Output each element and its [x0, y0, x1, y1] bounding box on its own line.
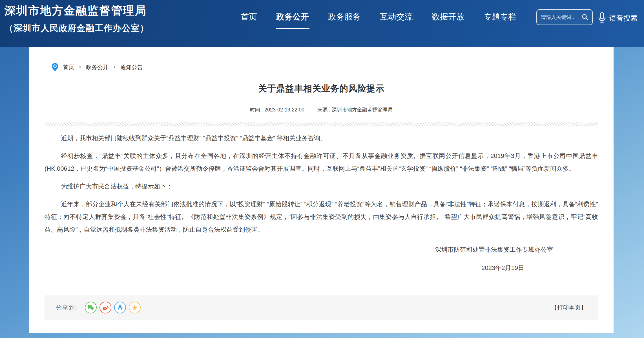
article-paragraph: 近年来，部分企业和个人在未经有关部门依法批准的情况下，以“投资理财” “原始股转… [45, 198, 598, 236]
search-input[interactable] [540, 14, 580, 21]
article-meta: 时间 : 2023-02-19 22:00 来源 : 深圳市地方金融监督管理局 [29, 106, 614, 113]
nav-item-interaction[interactable]: 互动交流 [379, 11, 413, 29]
search-box[interactable] [536, 9, 593, 25]
wechat-share-icon[interactable] [85, 302, 97, 313]
breadcrumb-home[interactable]: 首页 [63, 63, 74, 71]
microphone-icon [598, 12, 606, 24]
site-header: 深圳市地方金融监督管理局 （深圳市人民政府金融工作办公室） 首页 政务公开 政务… [0, 0, 644, 47]
share-icons [85, 302, 141, 313]
weibo-share-icon[interactable] [99, 302, 111, 313]
nav-item-home[interactable]: 首页 [240, 11, 258, 29]
site-title-line2: （深圳市人民政府金融工作办公室） [5, 22, 149, 34]
article-body: 近期，我市相关部门陆续收到群众关于“鼎益丰理财” “鼎益丰投资” “鼎益丰基金”… [45, 132, 598, 274]
hatched-divider [45, 122, 598, 126]
site-title-line1: 深圳市地方金融监督管理局 [5, 3, 149, 18]
article-signature: 深圳市防范和处置非法集资工作专班办公室 [45, 243, 598, 256]
qzone-share-icon[interactable] [129, 302, 141, 313]
search-icon[interactable] [581, 14, 589, 21]
article-title: 关于鼎益丰相关业务的风险提示 [29, 83, 614, 95]
article-paragraph: 为维护广大市民合法权益，特提示如下： [45, 180, 598, 193]
article-paragraph: 经初步核查，“鼎益丰”关联的主体众多，且分布在全国各地，在深圳的经营主体不持有金… [45, 150, 598, 175]
nav-item-special-topics[interactable]: 专题专栏 [483, 11, 517, 29]
article-paragraph: 近期，我市相关部门陆续收到群众关于“鼎益丰理财” “鼎益丰投资” “鼎益丰基金”… [45, 132, 598, 144]
share-label: 分享到: [56, 304, 78, 311]
location-pin-icon [52, 63, 58, 71]
breadcrumb-separator: > [79, 64, 81, 70]
content-panel: 首页 > 政务公开 > 通知公告 关于鼎益丰相关业务的风险提示 时间 : 202… [29, 47, 614, 333]
site-title: 深圳市地方金融监督管理局 （深圳市人民政府金融工作办公室） [5, 3, 149, 34]
page: 深圳市地方金融监督管理局 （深圳市人民政府金融工作办公室） 首页 政务公开 政务… [0, 0, 644, 338]
voice-search-button[interactable]: 语音搜索 [598, 12, 638, 24]
breadcrumb-notices[interactable]: 通知公告 [120, 63, 143, 71]
article-date: 2023年2月19日 [45, 262, 598, 274]
breadcrumb-gov-disclosure[interactable]: 政务公开 [86, 63, 109, 71]
voice-search-label: 语音搜索 [609, 14, 638, 23]
main-nav: 首页 政务公开 政务服务 互动交流 数据开放 专题专栏 [240, 11, 517, 29]
share-bar: 分享到: [45, 295, 598, 320]
nav-item-gov-services[interactable]: 政务服务 [327, 11, 361, 29]
article-meta-time: 时间 : 2023-02-19 22:00 [250, 106, 304, 113]
breadcrumb-separator: > [113, 64, 116, 70]
nav-item-gov-disclosure[interactable]: 政务公开 [276, 11, 309, 29]
print-page-button[interactable]: 【打印本页】 [551, 304, 587, 311]
breadcrumb: 首页 > 政务公开 > 通知公告 [52, 63, 143, 71]
article-meta-source: 来源 : 深圳市地方金融监督管理局 [317, 106, 393, 113]
nav-item-open-data[interactable]: 数据开放 [431, 11, 465, 29]
qq-share-icon[interactable] [114, 302, 126, 313]
